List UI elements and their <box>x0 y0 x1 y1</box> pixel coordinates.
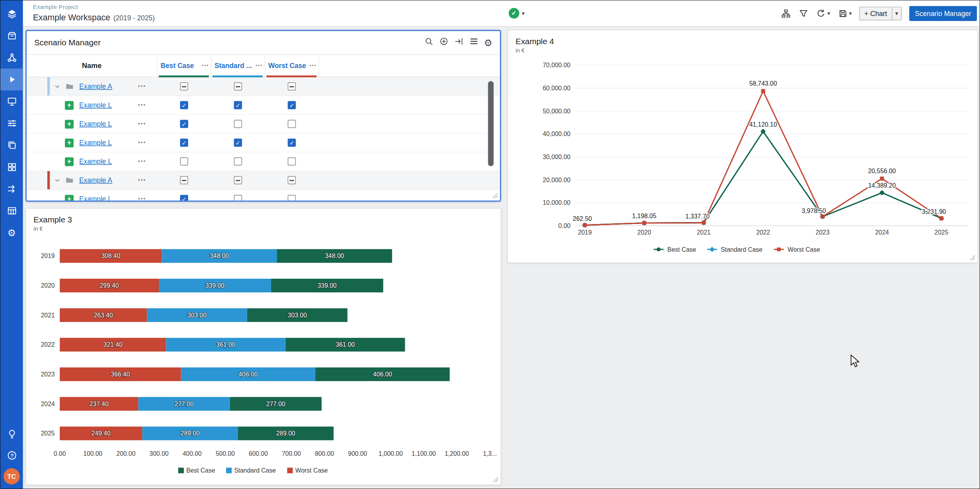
column-worst-case[interactable]: Worst Case••• <box>265 55 318 77</box>
row-menu-button[interactable]: ••• <box>138 177 146 183</box>
checkbox[interactable] <box>234 82 242 91</box>
scenario-manager-button[interactable]: Scenario Manager <box>909 6 977 21</box>
group-accent-bar <box>47 171 50 189</box>
column-label[interactable]: Worst Case <box>268 62 306 69</box>
column-label[interactable]: Standard ... <box>214 62 252 69</box>
checkbox[interactable] <box>288 158 296 166</box>
gear-icon[interactable]: ⚙ <box>484 37 493 48</box>
row-link[interactable]: Example L <box>79 139 112 146</box>
search-icon[interactable] <box>424 37 433 48</box>
resize-handle[interactable] <box>969 254 976 261</box>
scrollbar[interactable] <box>488 81 493 166</box>
import-icon[interactable] <box>454 37 463 48</box>
app: ⚙ ? TC Example Project Example Workspace… <box>0 0 980 489</box>
column-menu-button[interactable]: ••• <box>202 63 209 68</box>
svg-text:0.00: 0.00 <box>558 222 570 229</box>
column-menu-button[interactable]: ••• <box>255 63 263 68</box>
column-standard[interactable]: Standard ...••• <box>211 55 264 77</box>
sidebar-item-gear[interactable]: ⚙ <box>0 222 23 244</box>
box-icon <box>6 30 17 41</box>
checkbox[interactable]: ✓ <box>180 195 188 201</box>
row-menu-button[interactable]: ••• <box>138 121 146 127</box>
sitemap-button[interactable] <box>781 9 791 19</box>
sidebar-item-help[interactable]: ? <box>0 447 23 463</box>
refresh-button[interactable]: ▾ <box>816 9 830 19</box>
checkbox[interactable] <box>288 82 296 91</box>
status-dropdown[interactable]: ✓ ▾ <box>509 8 525 18</box>
svg-text:2023: 2023 <box>816 229 830 236</box>
filter-button[interactable] <box>798 9 809 19</box>
svg-text:1,3...: 1,3... <box>483 450 497 457</box>
bar-chart[interactable]: 0.00100.00200.00300.00400.00500.00600.00… <box>26 209 501 485</box>
sidebar-item-copy[interactable] <box>0 134 23 156</box>
checkbox[interactable]: ✓ <box>180 139 188 147</box>
sidebar-item-layers[interactable] <box>0 3 23 25</box>
sidebar-item-play[interactable] <box>0 68 23 90</box>
save-icon <box>838 9 848 19</box>
save-button[interactable]: ▾ <box>838 9 852 19</box>
row-menu-button[interactable]: ••• <box>138 102 146 108</box>
sidebar-item-sliders[interactable] <box>0 112 23 134</box>
sidebar-item-table[interactable] <box>0 200 23 222</box>
topbar: Example Project Example Workspace(2019 -… <box>23 0 980 27</box>
svg-text:289.00: 289.00 <box>276 430 295 437</box>
checkbox[interactable] <box>180 82 188 91</box>
column-name[interactable]: Name <box>27 62 157 69</box>
add-scenario-icon[interactable] <box>439 37 448 48</box>
list-view-icon[interactable] <box>469 37 478 48</box>
column-label[interactable]: Best Case <box>161 62 194 69</box>
sidebar-item-network[interactable] <box>0 47 23 68</box>
sidebar-item-presentation[interactable] <box>0 90 23 112</box>
row-menu-button[interactable]: ••• <box>138 196 146 201</box>
checkbox[interactable] <box>234 158 242 166</box>
sidebar-item-bulb[interactable] <box>0 426 23 442</box>
sidebar-item-modules[interactable] <box>0 156 23 178</box>
checkbox[interactable] <box>180 176 188 184</box>
checkbox[interactable]: ✓ <box>234 101 242 109</box>
resize-handle[interactable] <box>493 476 499 483</box>
row-link[interactable]: Example L <box>79 120 112 127</box>
chevron-down-icon[interactable] <box>54 177 61 184</box>
table-row[interactable]: +Example L••• <box>27 152 500 171</box>
add-chart-button[interactable]: + Chart▾ <box>860 7 902 20</box>
checkbox[interactable] <box>180 158 188 166</box>
chevron-down-icon[interactable] <box>54 83 61 90</box>
chevron-down-icon[interactable]: ▾ <box>892 7 901 20</box>
checkbox[interactable] <box>288 195 296 201</box>
table-row[interactable]: Example A••• <box>27 77 500 96</box>
row-link[interactable]: Example L <box>79 195 112 201</box>
column-menu-button[interactable]: ••• <box>309 63 316 68</box>
checkbox[interactable]: ✓ <box>180 101 188 109</box>
table-row[interactable]: +Example L•••✓✓✓ <box>27 96 500 115</box>
screen: ⚙ ? TC Example Project Example Workspace… <box>0 0 980 489</box>
column-best-case[interactable]: Best Case••• <box>158 55 211 77</box>
row-menu-button[interactable]: ••• <box>138 140 146 145</box>
checkbox[interactable] <box>234 120 242 128</box>
checkbox[interactable]: ✓ <box>288 139 296 147</box>
avatar[interactable]: TC <box>4 468 20 485</box>
svg-text:500.00: 500.00 <box>216 450 235 457</box>
sidebar-item-box[interactable] <box>0 25 23 47</box>
row-menu-button[interactable]: ••• <box>138 84 146 89</box>
checkbox[interactable] <box>234 195 242 201</box>
checkbox[interactable] <box>288 120 296 128</box>
checkbox[interactable]: ✓ <box>288 101 296 109</box>
add-chart-label[interactable]: + Chart <box>860 7 892 20</box>
panel-header: Scenario Manager ⚙ <box>27 31 500 55</box>
checkbox[interactable]: ✓ <box>234 139 242 147</box>
resize-handle[interactable] <box>492 192 498 199</box>
table-row[interactable]: +Example L•••✓ <box>27 190 500 201</box>
checkbox[interactable] <box>234 176 242 184</box>
row-menu-button[interactable]: ••• <box>138 159 146 164</box>
table-row[interactable]: +Example L•••✓✓✓ <box>27 134 500 152</box>
checkbox[interactable]: ✓ <box>180 120 188 128</box>
line-chart[interactable]: 0.0010,000.0020,000.0030,000.0040,000.00… <box>508 30 978 263</box>
sidebar-item-arrows[interactable] <box>0 178 23 200</box>
checkbox[interactable] <box>288 176 296 184</box>
table-row[interactable]: Example A••• <box>27 171 500 190</box>
table-row[interactable]: +Example L•••✓ <box>27 115 500 134</box>
row-link[interactable]: Example L <box>79 101 112 109</box>
row-link[interactable]: Example A <box>79 176 112 184</box>
row-link[interactable]: Example L <box>79 158 112 165</box>
row-link[interactable]: Example A <box>79 82 112 90</box>
